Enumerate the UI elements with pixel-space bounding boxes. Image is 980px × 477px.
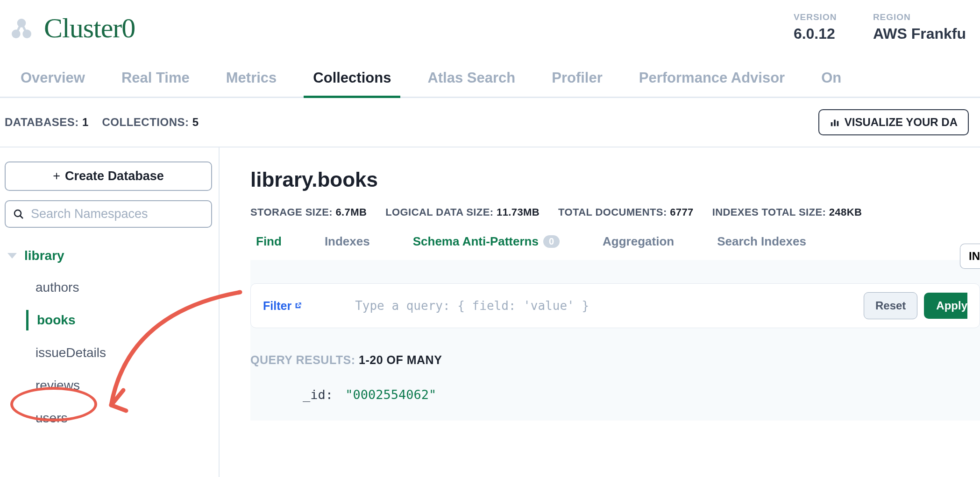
storage-value: 6.7MB: [335, 206, 367, 218]
collection-reviews[interactable]: reviews: [26, 375, 212, 396]
tab-profiler[interactable]: Profiler: [552, 70, 603, 97]
databases-count: 1: [82, 116, 89, 128]
cluster-icon: [8, 15, 35, 42]
subtab-aggregation[interactable]: Aggregation: [603, 234, 674, 249]
plus-icon: +: [53, 169, 60, 183]
query-results-range: 1-20 OF MANY: [359, 353, 442, 366]
doc-value: "0002554062": [345, 387, 436, 402]
database-library[interactable]: library: [7, 248, 212, 263]
query-results-label: QUERY RESULTS:: [250, 353, 355, 366]
reset-button[interactable]: Reset: [864, 292, 917, 319]
logical-value: 11.73MB: [497, 206, 540, 218]
filter-label-text: Filter: [263, 299, 291, 313]
collections-count: 5: [192, 116, 199, 128]
subtab-find[interactable]: Find: [256, 234, 282, 249]
bar-chart-icon: [830, 117, 840, 127]
search-namespaces-field[interactable]: [5, 200, 212, 228]
svg-line-9: [20, 216, 23, 218]
tabs-nav: OverviewReal TimeMetricsCollectionsAtlas…: [0, 44, 980, 98]
insert-label: IN: [969, 250, 980, 262]
collections-label: COLLECTIONS:: [102, 116, 189, 128]
document-row[interactable]: _id: "0002554062": [303, 387, 980, 402]
visualize-data-button[interactable]: VISUALIZE YOUR DA: [818, 109, 969, 135]
subtab-indexes-label: Indexes: [325, 234, 370, 249]
collection-subtabs: Find Indexes Schema Anti-Patterns 0 Aggr…: [250, 234, 980, 249]
collection-users[interactable]: users: [26, 408, 212, 428]
subtab-search-indexes[interactable]: Search Indexes: [717, 234, 806, 249]
svg-point-1: [22, 29, 31, 38]
tab-overview[interactable]: Overview: [21, 70, 85, 97]
tab-metrics[interactable]: Metrics: [226, 70, 277, 97]
subtab-schema-label: Schema Anti-Patterns: [413, 234, 539, 249]
version-label: VERSION: [794, 12, 873, 22]
tab-real-time[interactable]: Real Time: [121, 70, 190, 97]
doc-key: _id: [303, 387, 326, 402]
svg-rect-6: [834, 120, 836, 126]
storage-label: STORAGE SIZE:: [250, 206, 333, 218]
subtab-search-indexes-label: Search Indexes: [717, 234, 806, 249]
region-label: REGION: [873, 12, 966, 22]
apply-label: Apply: [936, 299, 967, 312]
insert-document-button[interactable]: IN: [960, 244, 980, 269]
logical-label: LOGICAL DATA SIZE:: [385, 206, 493, 218]
filter-label[interactable]: Filter: [263, 299, 302, 313]
databases-label: DATABASES:: [5, 116, 79, 128]
idx-value: 248KB: [829, 206, 862, 218]
collection-stats: STORAGE SIZE: 6.7MB LOGICAL DATA SIZE: 1…: [250, 206, 980, 218]
docs-label: TOTAL DOCUMENTS:: [558, 206, 667, 218]
subtab-indexes[interactable]: Indexes: [325, 234, 370, 249]
collection-issueDetails[interactable]: issueDetails: [26, 343, 212, 363]
db-stats: DATABASES: 1 COLLECTIONS: 5: [5, 116, 199, 129]
tab-collections[interactable]: Collections: [313, 70, 391, 97]
create-database-button[interactable]: + Create Database: [5, 161, 212, 191]
tab-atlas-search[interactable]: Atlas Search: [427, 70, 515, 97]
subtab-aggregation-label: Aggregation: [603, 234, 674, 249]
region-block: REGION AWS Frankfu: [873, 12, 966, 42]
subtab-find-label: Find: [256, 234, 282, 249]
idx-label: INDEXES TOTAL SIZE:: [712, 206, 826, 218]
svg-point-2: [17, 19, 26, 28]
search-icon: [13, 209, 24, 220]
cluster-title[interactable]: Cluster0: [44, 12, 135, 44]
svg-rect-5: [831, 122, 833, 126]
version-block: VERSION 6.0.12: [794, 12, 873, 42]
svg-rect-7: [837, 121, 838, 126]
database-name: library: [24, 248, 64, 263]
namespace-title: library.books: [250, 168, 980, 191]
svg-point-8: [14, 210, 21, 217]
apply-button[interactable]: Apply: [924, 293, 967, 319]
collection-authors[interactable]: authors: [26, 277, 212, 298]
tab-on[interactable]: On: [821, 70, 841, 97]
docs-value: 6777: [670, 206, 694, 218]
collection-books[interactable]: books: [26, 310, 212, 330]
create-label: Create Database: [65, 169, 164, 183]
query-results-header: QUERY RESULTS: 1-20 OF MANY: [250, 353, 980, 367]
svg-point-0: [12, 29, 21, 38]
search-input[interactable]: [31, 207, 204, 221]
reset-label: Reset: [875, 299, 906, 312]
subtab-schema-anti-patterns[interactable]: Schema Anti-Patterns 0: [413, 234, 560, 249]
filter-query-input[interactable]: [308, 299, 857, 313]
external-link-icon: [294, 302, 302, 309]
tab-performance-advisor[interactable]: Performance Advisor: [639, 70, 785, 97]
version-value: 6.0.12: [794, 25, 873, 42]
cluster-heading: Cluster0: [8, 12, 135, 44]
chevron-down-icon: [7, 253, 17, 259]
region-value: AWS Frankfu: [873, 25, 966, 42]
schema-badge: 0: [543, 235, 560, 248]
visualize-label: VISUALIZE YOUR DA: [845, 116, 958, 129]
